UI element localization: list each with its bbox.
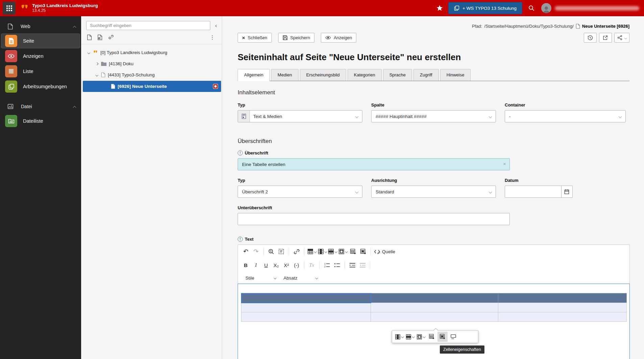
- table-cell[interactable]: [241, 303, 371, 312]
- cell-properties-button[interactable]: [437, 332, 448, 342]
- history-button[interactable]: [584, 33, 597, 43]
- search-icon[interactable]: [528, 5, 534, 11]
- bulleted-list-button[interactable]: [332, 260, 342, 270]
- tab-allgemein[interactable]: Allgemein: [238, 69, 270, 81]
- column-menu-button[interactable]: [317, 246, 328, 257]
- tab-hinweise[interactable]: Hinweise: [440, 69, 471, 81]
- table-cell[interactable]: [498, 293, 627, 303]
- tab-medien[interactable]: Medien: [271, 69, 299, 81]
- sidebar-item-arbeitsumgebungen[interactable]: Arbeitsumgebungen: [1, 79, 80, 94]
- outdent-button[interactable]: [357, 260, 367, 270]
- tree-node-typo3-schulung[interactable]: [4433] Typo3-Schulung: [81, 69, 222, 80]
- table-header-row[interactable]: [241, 293, 627, 303]
- open-in-new-window-button[interactable]: [599, 33, 612, 43]
- italic-button[interactable]: I: [251, 260, 261, 270]
- table-cell[interactable]: [498, 312, 627, 322]
- share-button[interactable]: [614, 33, 630, 43]
- modules-menu-button[interactable]: [3, 2, 16, 15]
- table-cell[interactable]: [241, 312, 371, 322]
- chevron-down-icon: [355, 190, 359, 193]
- chevron-right-icon[interactable]: [96, 63, 98, 65]
- save-button[interactable]: Speichern: [278, 33, 315, 43]
- link-icon[interactable]: [291, 246, 302, 257]
- collapse-tree-icon[interactable]: ‹: [213, 23, 219, 28]
- superscript-button[interactable]: X²: [281, 260, 291, 270]
- merge-cells-button[interactable]: [338, 246, 348, 257]
- ueberschrift-typ-select[interactable]: Überschrift 2: [238, 186, 362, 198]
- chevron-down-icon[interactable]: [96, 74, 98, 76]
- record-stop-icon: [213, 84, 218, 89]
- toggle-caption-button[interactable]: [448, 332, 458, 342]
- site-brand[interactable]: Typo3 Landkreis Ludwigsburg 13.4.25: [20, 3, 98, 13]
- sidebar-item-anzeigen[interactable]: Anzeigen: [1, 49, 80, 64]
- bold-button[interactable]: B: [241, 260, 251, 270]
- insert-table-button[interactable]: [307, 246, 317, 257]
- tree-node-root[interactable]: [0] Typo3 Landkreis Ludwigsburg: [81, 47, 222, 58]
- datum-input[interactable]: [505, 186, 562, 198]
- chevron-down-icon[interactable]: [88, 51, 90, 54]
- close-button[interactable]: × Schließen: [238, 33, 272, 43]
- remove-format-button[interactable]: Tx: [307, 260, 317, 270]
- spalte-select[interactable]: ##### Hauptinhalt #####: [371, 110, 496, 122]
- table-row[interactable]: [241, 312, 627, 322]
- column-menu-button[interactable]: [394, 332, 404, 342]
- soft-hyphen-button[interactable]: (-): [291, 260, 302, 270]
- find-replace-icon[interactable]: [266, 246, 276, 257]
- topbar: Typo3 Landkreis Ludwigsburg 13.4.25 + WS…: [0, 0, 644, 16]
- eye-icon: [325, 35, 331, 40]
- indent-button[interactable]: [347, 260, 357, 270]
- select-all-icon[interactable]: [276, 246, 286, 257]
- calendar-button[interactable]: [562, 186, 573, 198]
- tree-search-input[interactable]: [86, 21, 210, 30]
- paragraph-format-dropdown[interactable]: Absatz: [281, 273, 320, 283]
- sidebar-item-seite[interactable]: Seite: [1, 33, 80, 48]
- workspace-button-label: + WS TYPO3 13 Schulung: [462, 6, 517, 11]
- module-group-web[interactable]: Web: [0, 20, 81, 33]
- workspace-button[interactable]: + WS TYPO3 13 Schulung: [448, 2, 522, 14]
- view-button[interactable]: Anzeigen: [321, 33, 356, 43]
- table-cell[interactable]: [371, 303, 498, 312]
- chevron-up-icon: [73, 26, 76, 29]
- styles-dropdown[interactable]: Stile: [243, 273, 279, 283]
- tree-node-neue-unterseite[interactable]: [6926] Neue Unterseite: [83, 81, 221, 92]
- source-button[interactable]: Quelle: [373, 246, 396, 257]
- numbered-list-button[interactable]: 1 2: [322, 260, 332, 270]
- merge-cells-button[interactable]: [416, 332, 426, 342]
- redo-icon[interactable]: ↷: [251, 246, 261, 257]
- row-menu-button[interactable]: [327, 246, 338, 257]
- table-row[interactable]: [241, 303, 627, 312]
- ueberschrift-input[interactable]: [238, 158, 510, 170]
- tab-erscheinungsbild[interactable]: Erscheinungsbild: [300, 69, 346, 81]
- unterueberschrift-input[interactable]: [238, 213, 510, 225]
- table-cell[interactable]: [498, 303, 627, 312]
- sidebar-item-dateiliste[interactable]: Dateiliste: [1, 114, 80, 128]
- row-menu-button[interactable]: [405, 332, 415, 342]
- subscript-button[interactable]: X₂: [271, 260, 281, 270]
- tree-node-doku[interactable]: [4136] Doku: [81, 58, 222, 69]
- ausrichtung-select[interactable]: Standard: [371, 186, 496, 198]
- new-page-icon[interactable]: [87, 34, 92, 40]
- sidebar-item-liste[interactable]: Liste: [1, 64, 80, 79]
- table-cell[interactable]: [371, 293, 498, 303]
- table-cell-selected[interactable]: [241, 293, 371, 303]
- rte-editable-area[interactable]: Zelleneigenschaften: [238, 284, 630, 359]
- new-page-drag-icon[interactable]: [97, 34, 102, 40]
- underline-button[interactable]: U: [261, 260, 271, 270]
- tab-zugriff[interactable]: Zugriff: [413, 69, 439, 81]
- bookmark-star-icon[interactable]: [436, 5, 443, 11]
- table-properties-button[interactable]: [427, 332, 437, 342]
- user-menu[interactable]: [541, 3, 639, 13]
- table-cell[interactable]: [371, 312, 498, 322]
- undo-icon[interactable]: ↶: [241, 246, 251, 257]
- content-table[interactable]: [241, 293, 627, 322]
- cell-properties-button[interactable]: [358, 246, 368, 257]
- clear-input-icon[interactable]: ×: [503, 161, 506, 166]
- tree-more-menu-icon[interactable]: ⋮: [208, 34, 217, 41]
- link-icon[interactable]: [108, 34, 114, 40]
- tab-kategorien[interactable]: Kategorien: [348, 69, 382, 81]
- module-group-datei[interactable]: Datei: [0, 100, 81, 113]
- container-select[interactable]: -: [505, 110, 626, 122]
- tab-sprache[interactable]: Sprache: [383, 69, 412, 81]
- typ-select[interactable]: Text & Medien: [238, 110, 362, 122]
- table-properties-button[interactable]: [348, 246, 358, 257]
